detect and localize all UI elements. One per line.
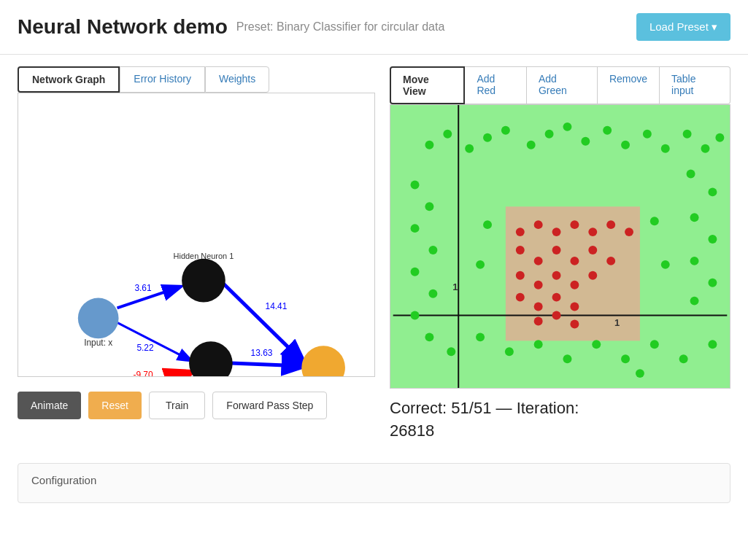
network-svg: 3.61 5.22 -9.70 0.55 14.41 13.63 13.33 <box>18 93 374 376</box>
scatter-dot-red <box>570 257 579 265</box>
scatter-dot <box>505 347 514 356</box>
scatter-dot <box>545 130 554 139</box>
scatter-dot <box>603 126 612 135</box>
scatter-dot <box>621 354 630 363</box>
scatter-dot-red <box>570 303 579 311</box>
scatter-dot-red <box>534 220 543 229</box>
scatter-dot <box>592 340 601 349</box>
scatter-dot <box>428 246 437 254</box>
scatter-dot-red <box>588 246 597 254</box>
network-canvas: 3.61 5.22 -9.70 0.55 14.41 13.63 13.33 <box>18 93 375 377</box>
scatter-dot <box>527 141 536 149</box>
scatter-dot <box>411 224 420 233</box>
weight-iy-h2: -9.70 <box>133 370 153 376</box>
tab-network-graph[interactable]: Network Graph <box>18 66 120 93</box>
scatter-dot-red <box>552 293 561 302</box>
scatter-dot-red <box>534 317 543 326</box>
scatter-dot <box>447 347 455 356</box>
config-section: Configuration <box>18 463 730 503</box>
scatter-dot-red <box>606 220 615 229</box>
tab-table-input[interactable]: Table input <box>660 66 730 104</box>
scatter-dot <box>701 144 710 153</box>
em-dash: — Iteration: <box>491 399 579 417</box>
load-preset-button[interactable]: Load Preset ▾ <box>636 13 730 41</box>
tab-move-view[interactable]: Move View <box>390 66 465 104</box>
scatter-dot-red <box>552 228 561 236</box>
tab-error-history[interactable]: Error History <box>120 66 205 93</box>
scatter-dot-red <box>570 220 579 229</box>
scatter-dot <box>650 340 659 349</box>
scatter-dot <box>708 340 717 349</box>
scatter-dot <box>683 130 692 139</box>
controls-bar: Animate Reset Train Forward Pass Step <box>18 386 375 425</box>
scatter-dot-red <box>516 246 525 254</box>
scatter-dot <box>483 133 492 142</box>
scatter-dot <box>425 332 433 341</box>
correct-value: 51/51 <box>451 399 491 417</box>
scatter-dot <box>563 122 571 131</box>
scatter-dot-red <box>552 246 561 254</box>
scatter-dot <box>643 130 652 139</box>
axis-x-label: 1 <box>614 317 620 328</box>
scatter-dot <box>501 126 510 135</box>
node-output <box>301 346 345 376</box>
scatter-dot <box>476 260 485 269</box>
scatter-canvas[interactable]: 1 1 <box>390 104 730 389</box>
scatter-dot <box>425 202 433 211</box>
header: Neural Network demo Preset: Binary Class… <box>0 0 748 55</box>
scatter-dot <box>581 137 590 146</box>
scatter-svg: 1 1 <box>390 105 730 388</box>
left-panel: Network Graph Error History Weights <box>18 66 375 443</box>
main-area: Network Graph Error History Weights <box>0 55 748 454</box>
animate-button[interactable]: Animate <box>18 392 81 419</box>
node-hidden2 <box>189 341 233 376</box>
forward-pass-button[interactable]: Forward Pass Step <box>212 392 327 419</box>
scatter-dot <box>411 180 420 189</box>
scatter-dot <box>679 354 688 363</box>
left-tab-bar: Network Graph Error History Weights <box>18 66 375 93</box>
scatter-dot <box>687 170 695 179</box>
scatter-dot-red <box>516 271 525 280</box>
scatter-dot <box>690 297 699 306</box>
tab-weights[interactable]: Weights <box>205 66 269 93</box>
scatter-dot <box>465 144 474 153</box>
scatter-dot <box>411 311 420 320</box>
scatter-dot-red <box>625 228 633 236</box>
scatter-dot <box>425 141 433 149</box>
node-input-x <box>78 298 119 339</box>
iteration-value: 26818 <box>390 421 434 440</box>
scatter-dot <box>661 144 670 153</box>
scatter-dot <box>621 141 630 149</box>
scatter-dot <box>708 187 717 196</box>
scatter-dot <box>443 130 452 139</box>
train-button[interactable]: Train <box>149 392 205 419</box>
scatter-dot <box>636 369 644 378</box>
scatter-dot-red <box>552 311 561 320</box>
label-hidden1: Hidden Neuron 1 <box>174 252 234 260</box>
scatter-dot-red <box>516 293 525 302</box>
scatter-dot-red <box>570 319 579 328</box>
tab-add-red[interactable]: Add Red <box>465 66 526 104</box>
reset-button[interactable]: Reset <box>88 392 142 419</box>
scatter-dot <box>563 354 571 363</box>
config-title: Configuration <box>31 474 717 486</box>
scatter-dot-red <box>516 228 525 236</box>
scatter-dot <box>650 217 659 225</box>
edge-h2-out <box>231 363 303 366</box>
scatter-dot <box>476 332 485 341</box>
scatter-dot <box>483 220 492 229</box>
label-input-x: Input: x <box>84 338 112 348</box>
right-panel: Move View Add Red Add Green Remove Table… <box>390 66 730 443</box>
weight-ix-h2: 5.22 <box>136 343 154 353</box>
tab-remove[interactable]: Remove <box>598 66 660 104</box>
scatter-dot-red <box>534 303 543 311</box>
scatter-dot-red <box>570 281 579 289</box>
weight-h2-out: 13.63 <box>251 348 273 358</box>
correct-label: Correct: <box>390 399 451 417</box>
scatter-dot <box>411 268 420 276</box>
scatter-dot-red <box>588 271 597 280</box>
scatter-dot <box>534 340 543 349</box>
tab-add-green[interactable]: Add Green <box>527 66 598 104</box>
scatter-dot-red <box>534 281 543 289</box>
scatter-dot <box>708 279 717 287</box>
